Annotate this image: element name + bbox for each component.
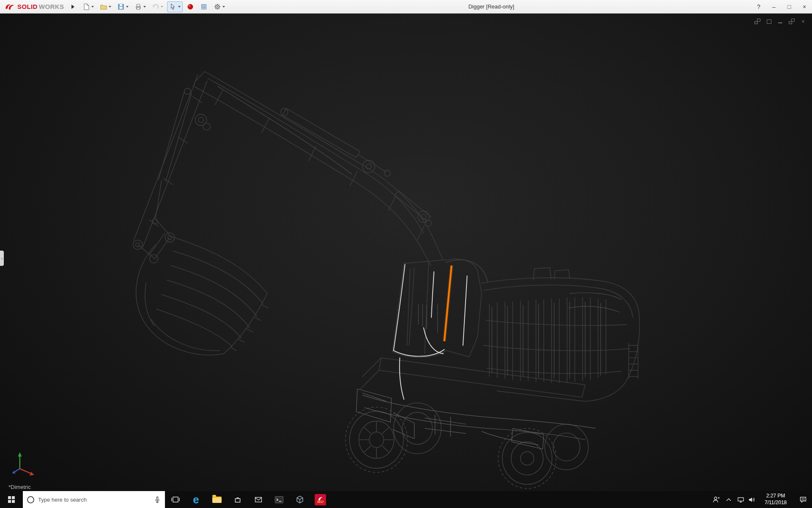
brand-works-text: WORKS <box>39 3 64 10</box>
main-toolbar <box>80 1 227 12</box>
solidworks-app-button[interactable]: 2017 <box>310 491 331 508</box>
close-button[interactable]: × <box>797 0 812 14</box>
options-gear-icon <box>214 3 221 11</box>
orientation-triad-icon <box>7 450 37 480</box>
open-folder-icon <box>100 3 107 11</box>
action-center-icon <box>799 496 807 503</box>
selected-edge[interactable] <box>444 265 452 341</box>
wheels <box>346 403 588 489</box>
toolbar-expand-arrow[interactable] <box>71 5 74 9</box>
system-tray: 2:27 PM 7/11/2018 <box>710 491 812 508</box>
evaluate-grid-icon <box>200 3 208 11</box>
solidworks-app-icon: 2017 <box>315 494 326 505</box>
edge-icon: e <box>193 494 199 505</box>
dropdown-caret-icon <box>222 6 225 8</box>
3d-viewport[interactable]: × ‹ *Dimetric <box>0 14 812 491</box>
windows-logo-icon <box>8 496 15 503</box>
panel-collapse-tab[interactable]: ‹ <box>0 251 4 266</box>
tray-overflow-button[interactable] <box>722 491 735 508</box>
mail-envelope-icon <box>254 496 263 503</box>
doc-minimize-icon[interactable] <box>777 19 783 24</box>
app-titlebar: SOLIDWORKS <box>0 0 812 14</box>
volume-button[interactable] <box>746 491 757 508</box>
console-icon <box>274 496 284 504</box>
doc-restore-icon[interactable] <box>789 19 795 24</box>
appearances-button[interactable] <box>184 1 196 12</box>
network-icon <box>737 497 744 503</box>
undo-button[interactable] <box>150 1 165 12</box>
open-button[interactable] <box>98 1 113 12</box>
select-button[interactable] <box>167 1 183 12</box>
save-floppy-icon <box>117 3 125 11</box>
new-document-button[interactable] <box>80 1 96 12</box>
highlighted-edges <box>394 265 467 399</box>
mail-button[interactable] <box>248 491 269 508</box>
store-bag-icon <box>234 496 241 503</box>
edge-button[interactable]: e <box>186 491 206 508</box>
view-orientation-label: *Dimetric <box>8 484 31 490</box>
microphone-icon[interactable] <box>154 496 161 503</box>
dropdown-caret-icon <box>161 6 163 8</box>
dropdown-caret-icon <box>178 6 181 8</box>
clock-time: 2:27 PM <box>766 493 785 500</box>
screen: SOLIDWORKS <box>0 0 812 508</box>
start-button[interactable] <box>0 491 23 508</box>
file-explorer-folder-icon <box>212 497 222 503</box>
save-button[interactable] <box>115 1 131 12</box>
task-view-icon <box>171 496 180 503</box>
document-window-controls: × <box>754 19 806 24</box>
wireframe-secondary <box>217 86 621 378</box>
taskbar-clock[interactable]: 2:27 PM 7/11/2018 <box>757 491 794 508</box>
solidworks-logo: SOLIDWORKS <box>0 3 67 11</box>
select-cursor-icon <box>169 3 177 11</box>
3d-viewer-button[interactable] <box>289 491 310 508</box>
dropdown-caret-icon <box>126 6 129 8</box>
3d-cube-icon <box>296 495 304 504</box>
people-button[interactable] <box>710 491 722 508</box>
brand-solid-text: SOLID <box>17 3 38 10</box>
evaluate-button[interactable] <box>198 1 210 12</box>
dropdown-caret-icon <box>109 6 111 8</box>
doc-close-icon[interactable]: × <box>800 19 806 24</box>
clock-date: 7/11/2018 <box>765 500 787 506</box>
print-button[interactable] <box>132 1 148 12</box>
action-center-button[interactable] <box>794 491 812 508</box>
minimize-button[interactable]: – <box>766 0 782 14</box>
window-controls: ? – □ × <box>751 0 812 14</box>
wireframe-main <box>133 72 640 401</box>
dropdown-caret-icon <box>143 6 146 8</box>
appearance-sphere-icon <box>187 3 194 11</box>
console-button[interactable] <box>269 491 289 508</box>
printer-icon <box>134 3 142 11</box>
cortana-icon <box>27 496 34 503</box>
network-button[interactable] <box>735 491 746 508</box>
file-explorer-button[interactable] <box>206 491 227 508</box>
store-button[interactable] <box>227 491 248 508</box>
taskbar: e <box>0 491 812 508</box>
document-title: Digger [Read-only] <box>468 3 514 10</box>
solidworks-year-label: 2017 <box>317 500 324 503</box>
help-button[interactable]: ? <box>751 0 766 14</box>
task-view-button[interactable] <box>165 491 186 508</box>
chevron-up-icon <box>726 497 732 502</box>
new-document-icon <box>82 3 90 11</box>
options-button[interactable] <box>211 1 227 12</box>
undo-arrow-icon <box>152 3 159 11</box>
speaker-icon <box>748 497 755 503</box>
dropdown-caret-icon <box>91 6 94 8</box>
person-icon <box>712 496 720 503</box>
ds-mark-icon <box>4 3 16 11</box>
excavator-wireframe-model[interactable] <box>0 14 812 491</box>
search-input[interactable] <box>38 497 150 503</box>
taskbar-search[interactable] <box>23 491 165 508</box>
doc-window-icon[interactable] <box>766 19 772 24</box>
doc-new-window-icon[interactable] <box>754 19 760 24</box>
maximize-button[interactable]: □ <box>782 0 797 14</box>
